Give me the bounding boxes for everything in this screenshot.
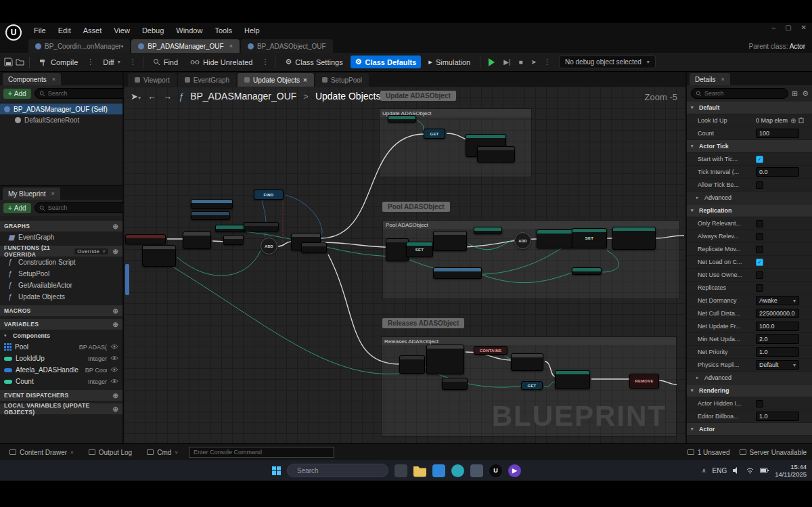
details-search-input[interactable]	[704, 90, 784, 97]
checkbox[interactable]: ✓	[756, 156, 763, 163]
browse-icon[interactable]	[16, 58, 24, 66]
graph-node[interactable]	[555, 370, 590, 389]
graph-node[interactable]	[388, 115, 416, 123]
value-input[interactable]: 100	[756, 129, 799, 138]
taskview-icon[interactable]	[394, 464, 407, 477]
add-element-icon[interactable]: ⊕	[790, 117, 796, 125]
graph-node[interactable]	[433, 231, 467, 251]
unsaved-status[interactable]: 1 Unsaved	[687, 449, 730, 456]
graph-node[interactable]	[572, 267, 602, 275]
graph-tab-update-objects[interactable]: Update Objects×	[238, 73, 314, 87]
variable-pool[interactable]: PoolBP ADAS(	[0, 341, 122, 353]
battery-icon[interactable]	[760, 468, 769, 473]
graph-tab-viewport[interactable]: Viewport	[128, 73, 177, 87]
variable-count[interactable]: CountInteger	[0, 376, 122, 387]
component-item-defaultsceneroot[interactable]: DefaultSceneRoot	[0, 114, 122, 125]
breadcrumb-blueprint[interactable]: BP_ADASManager_OUF	[190, 91, 296, 102]
hide-unrelated-button[interactable]: Hide Unrelated	[185, 56, 257, 68]
close-icon[interactable]: ×	[721, 76, 725, 83]
epic-icon[interactable]	[451, 464, 464, 477]
explorer-icon[interactable]	[413, 464, 426, 477]
doc-tab-bp-adasmanager-ouf[interactable]: BP_ADASManager_OUF×	[131, 39, 240, 53]
content-drawer-button[interactable]: Content Drawer˄	[5, 447, 78, 458]
tray-chevron-icon[interactable]: ∧	[702, 467, 706, 474]
save-icon[interactable]	[4, 58, 13, 66]
graph-node[interactable]	[386, 238, 409, 261]
simulation-button[interactable]: ▸Simulation	[424, 56, 475, 68]
node-find[interactable]: FIND	[254, 190, 284, 200]
menu-help[interactable]: Help	[239, 25, 265, 36]
override-dropdown[interactable]: Override˅	[74, 248, 109, 255]
eject-button[interactable]: ➤	[528, 58, 539, 66]
node-set[interactable]: SET	[406, 242, 433, 257]
graph-node[interactable]	[612, 227, 656, 250]
doc-tab-bp-coordin-onmanager[interactable]: BP_Coordin...onManager•	[28, 39, 130, 53]
doc-tab-bp-adasobject-ouf[interactable]: BP_ADASObject_OUF	[241, 39, 333, 53]
section-functions-21-overrida[interactable]: FUNCTIONS (21 OVERRIDAOverride˅⊕	[0, 246, 122, 257]
value-input[interactable]: 0.0	[756, 167, 799, 177]
graph-node[interactable]	[142, 245, 176, 267]
graph-node[interactable]	[215, 225, 246, 232]
menu-file[interactable]: File	[28, 25, 51, 36]
graph-node[interactable]	[191, 211, 230, 220]
close-icon[interactable]: ×	[51, 190, 55, 197]
add-icon[interactable]: ⊕	[112, 405, 118, 413]
section-macros[interactable]: MACROS⊕	[0, 305, 122, 316]
section-graphs[interactable]: GRAPHS⊕	[0, 221, 122, 232]
vscode-icon[interactable]	[432, 464, 445, 477]
details-subsection-advanced[interactable]: ▸Advanced	[687, 192, 812, 204]
checkbox[interactable]	[756, 246, 763, 253]
menu-edit[interactable]: Edit	[53, 25, 76, 36]
speaker-icon[interactable]	[733, 467, 740, 474]
stop-button[interactable]: ■	[516, 58, 526, 66]
components-add-button[interactable]: +Add	[3, 89, 31, 99]
components-panel-tab[interactable]: Components ×	[3, 73, 61, 85]
details-settings-icon[interactable]: ⚙	[802, 89, 809, 98]
graph-item-update-objects[interactable]: ƒUpdate Objects	[0, 291, 122, 303]
add-icon[interactable]: ⊕	[112, 392, 118, 399]
menu-debug[interactable]: Debug	[137, 25, 169, 36]
graph-node[interactable]	[223, 235, 244, 245]
category-components[interactable]: ▾Components	[0, 330, 122, 341]
value-input[interactable]: 1.0	[756, 412, 799, 421]
diff-options-icon[interactable]: ⋮	[128, 58, 138, 66]
class-defaults-button[interactable]: ⚙Class Defaults	[351, 56, 422, 68]
graph-node[interactable]	[511, 353, 543, 371]
graph-item-construction-script[interactable]: ƒConstruction Script	[0, 257, 122, 268]
graph-node[interactable]	[477, 146, 515, 162]
compile-options-icon[interactable]: ⋮	[85, 58, 95, 66]
cmd-dropdown[interactable]: Cmd˅	[143, 447, 182, 458]
compile-button[interactable]: Compile	[35, 56, 83, 68]
play-options-icon[interactable]: ⋮	[542, 58, 552, 66]
checkbox[interactable]	[756, 220, 763, 227]
checkbox[interactable]	[756, 400, 763, 407]
close-button[interactable]: ✕	[801, 24, 807, 31]
checkbox[interactable]	[756, 233, 763, 240]
details-section-default[interactable]: ▾Default	[687, 102, 812, 114]
hide-unrelated-options-icon[interactable]: ⋮	[260, 58, 270, 66]
node-add[interactable]: ADD	[261, 238, 277, 255]
checkbox[interactable]: ✓	[756, 259, 763, 266]
console-command-input[interactable]	[194, 449, 330, 456]
menu-tools[interactable]: Tools	[209, 25, 238, 36]
debug-object-dropdown[interactable]: No debug object selected ▾	[559, 56, 656, 68]
graph-node[interactable]	[399, 355, 425, 374]
my-blueprint-search-input[interactable]	[48, 204, 127, 211]
start-button[interactable]	[272, 466, 281, 475]
details-subsection-advanced[interactable]: ▸Advanced	[687, 372, 812, 384]
node-add[interactable]: ADD	[514, 232, 531, 249]
close-icon[interactable]: ×	[303, 76, 307, 84]
value-input[interactable]: 2.0	[756, 334, 799, 344]
eye-icon[interactable]	[110, 343, 118, 351]
components-search-input[interactable]	[48, 90, 127, 97]
menu-view[interactable]: View	[108, 25, 135, 36]
dropdown[interactable]: Awake▾	[756, 296, 799, 305]
menu-window[interactable]: Window	[171, 25, 208, 36]
minimize-button[interactable]: –	[772, 24, 776, 31]
graph-item-eventgraph[interactable]: ▦EventGraph	[0, 232, 122, 243]
graph-node[interactable]	[433, 267, 482, 279]
close-icon[interactable]: ×	[229, 43, 233, 49]
component-item-bp-adasmanager-ouf-self[interactable]: BP_ADASManager_OUF (Self)	[0, 104, 122, 114]
value-input[interactable]: 1.0	[756, 347, 799, 357]
forward-icon[interactable]: →	[163, 91, 172, 102]
